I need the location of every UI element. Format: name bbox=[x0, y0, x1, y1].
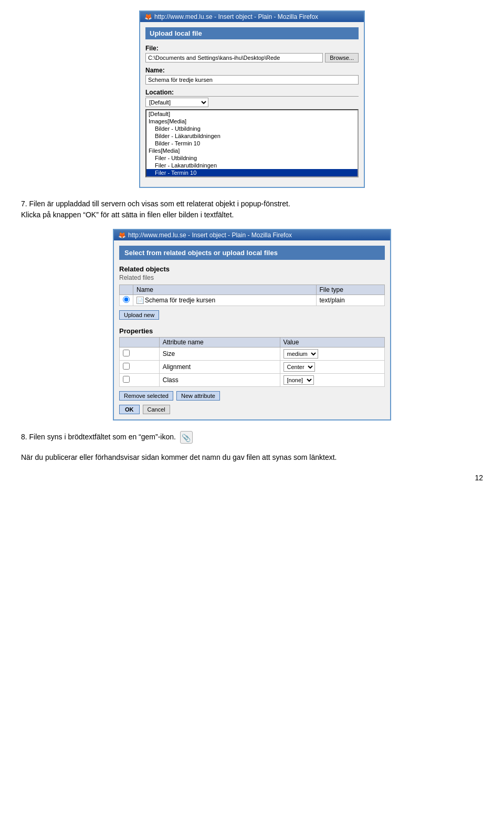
location-listbox[interactable]: [Default]Images[Media]Bilder - Utbildnin… bbox=[145, 109, 359, 177]
step-8-text: 8. Filen syns i brödtextfältet som en “g… bbox=[21, 431, 483, 444]
col-name-header: Name bbox=[133, 285, 317, 295]
location-item[interactable]: Bilder - Termin 10 bbox=[146, 140, 358, 147]
location-item[interactable]: Files[Media] bbox=[146, 147, 358, 154]
select-objects-window: 🦊 http://www.med.lu.se - Insert object -… bbox=[113, 229, 391, 420]
name-section: Name: bbox=[145, 67, 359, 85]
firefox-icon: 🦊 bbox=[144, 13, 152, 20]
gem-icon: 📎 bbox=[180, 431, 193, 444]
browser-titlebar-1: 🦊 http://www.med.lu.se - Insert object -… bbox=[140, 12, 364, 22]
prop-value-select[interactable]: smallmediumlarge bbox=[284, 349, 318, 359]
location-item[interactable]: Filer - Termin 10 bbox=[146, 169, 358, 176]
radio-cell[interactable] bbox=[120, 295, 133, 306]
prop-attr-cell: Size bbox=[159, 348, 280, 361]
select-dialog-header: Select from related objects or upload lo… bbox=[119, 246, 385, 260]
name-input[interactable] bbox=[145, 75, 359, 85]
browser-titlebar-2: 🦊 http://www.med.lu.se - Insert object -… bbox=[114, 230, 390, 240]
prop-checkbox-cell[interactable] bbox=[120, 361, 160, 374]
file-icon: 📄 bbox=[136, 297, 144, 304]
browser-title-2: http://www.med.lu.se - Insert object - P… bbox=[128, 232, 292, 239]
file-input-row: C:\Documents and Settings\kans-ihu\Deskt… bbox=[145, 53, 359, 62]
file-type-cell: text/plain bbox=[316, 295, 384, 306]
prop-value-cell[interactable]: [none]class1class2 bbox=[280, 374, 384, 387]
browse-button[interactable]: Browse... bbox=[325, 53, 359, 62]
remove-selected-button[interactable]: Remove selected bbox=[119, 391, 173, 401]
prop-value-cell[interactable]: LeftCenterRight bbox=[280, 361, 384, 374]
table-row: Class [none]class1class2 bbox=[120, 374, 385, 387]
location-section: Location: [Default] [Default]Images[Medi… bbox=[145, 89, 359, 177]
step-7b: Klicka på knappen “OK” för att sätta in … bbox=[21, 211, 234, 219]
step-7-text: 7. Filen är uppladdad till servern och v… bbox=[21, 198, 483, 220]
location-item[interactable]: Bilder - Läkarutbildningen bbox=[146, 132, 358, 140]
upload-dialog-header: Upload local file bbox=[145, 27, 359, 39]
prop-checkbox[interactable] bbox=[123, 376, 130, 383]
location-item[interactable]: Bilder - Utbildning bbox=[146, 125, 358, 132]
step-8-section: 8. Filen syns i brödtextfältet som en “g… bbox=[21, 431, 483, 463]
prop-value-cell[interactable]: smallmediumlarge bbox=[280, 348, 384, 361]
properties-section: Properties Attribute name Value Size sma… bbox=[119, 327, 385, 387]
related-objects-heading: Related objects bbox=[119, 265, 385, 273]
file-path-display: C:\Documents and Settings\kans-ihu\Deskt… bbox=[145, 53, 323, 62]
location-item[interactable]: Filer - Lakarutbildningen bbox=[146, 162, 358, 169]
prop-attr-cell: Class bbox=[159, 374, 280, 387]
prop-value-select[interactable]: [none]class1class2 bbox=[284, 375, 314, 385]
table-row: Alignment LeftCenterRight bbox=[120, 361, 385, 374]
select-dialog-content: Select from related objects or upload lo… bbox=[114, 240, 390, 419]
cancel-button[interactable]: Cancel bbox=[143, 405, 170, 414]
location-select-row: [Default] bbox=[145, 98, 359, 107]
location-item[interactable]: Images[Media] bbox=[146, 118, 358, 125]
col-radio bbox=[120, 285, 133, 295]
name-label: Name: bbox=[145, 67, 359, 74]
files-table: Name File type 📄Schema för tredje kursen… bbox=[119, 285, 385, 306]
prop-checkbox[interactable] bbox=[123, 350, 130, 356]
firefox-icon-2: 🦊 bbox=[118, 232, 126, 239]
ok-cancel-row: OK Cancel bbox=[119, 405, 385, 414]
action-buttons: Remove selected New attribute bbox=[119, 391, 385, 401]
page-number: 12 bbox=[21, 474, 483, 482]
upload-dialog-content: Upload local file File: C:\Documents and… bbox=[140, 22, 364, 187]
prop-checkbox-cell[interactable] bbox=[120, 348, 160, 361]
step-8-main: 8. Filen syns i brödtextfältet som en “g… bbox=[21, 433, 176, 441]
location-item[interactable]: [Default] bbox=[146, 110, 358, 118]
prop-checkbox-cell[interactable] bbox=[120, 374, 160, 387]
step-7-main: 7. Filen är uppladdad till servern och v… bbox=[21, 199, 290, 208]
col-attr-header bbox=[120, 338, 160, 348]
properties-table: Attribute name Value Size smallmediumlar… bbox=[119, 337, 385, 387]
new-attribute-button[interactable]: New attribute bbox=[176, 391, 220, 401]
file-label: File: bbox=[145, 45, 359, 52]
col-attrname-header: Attribute name bbox=[159, 338, 280, 348]
upload-local-file-window: 🦊 http://www.med.lu.se - Insert object -… bbox=[139, 10, 365, 188]
related-files-heading: Related files bbox=[119, 274, 385, 281]
ok-button[interactable]: OK bbox=[119, 405, 140, 414]
col-value-header: Value bbox=[280, 338, 384, 348]
location-item[interactable]: Filer - Utbildning bbox=[146, 154, 358, 162]
col-filetype-header: File type bbox=[316, 285, 384, 295]
upload-new-button[interactable]: Upload new bbox=[119, 310, 159, 320]
step-8-text2: När du publicerar eller förhandsvisar si… bbox=[21, 452, 483, 463]
browser-title-1: http://www.med.lu.se - Insert object - P… bbox=[154, 13, 318, 20]
location-label: Location: bbox=[145, 89, 359, 97]
properties-header: Properties bbox=[119, 327, 385, 335]
file-section: File: C:\Documents and Settings\kans-ihu… bbox=[145, 45, 359, 62]
file-name-cell: 📄Schema för tredje kursen bbox=[133, 295, 317, 306]
prop-checkbox[interactable] bbox=[123, 363, 130, 370]
prop-value-select[interactable]: LeftCenterRight bbox=[284, 362, 315, 372]
table-row: 📄Schema för tredje kursen text/plain bbox=[120, 295, 385, 306]
prop-attr-cell: Alignment bbox=[159, 361, 280, 374]
location-select[interactable]: [Default] bbox=[145, 98, 208, 107]
table-row: Size smallmediumlarge bbox=[120, 348, 385, 361]
